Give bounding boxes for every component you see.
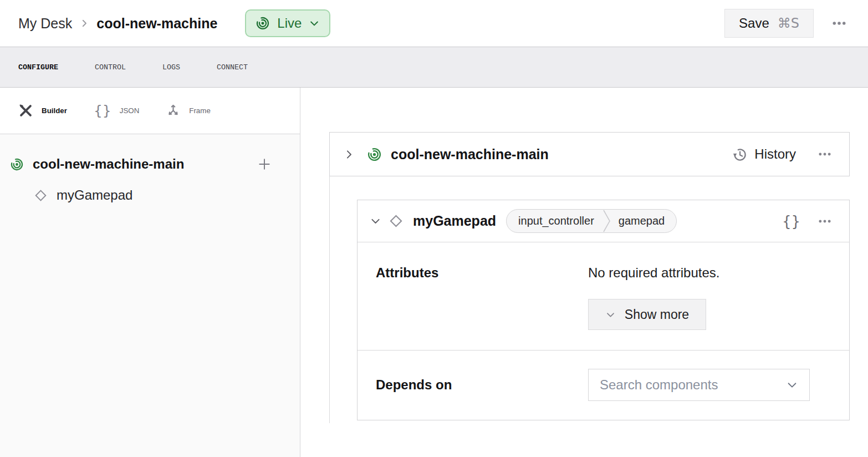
chevron-down-icon bbox=[309, 18, 320, 29]
component-type: input_controller bbox=[507, 215, 603, 227]
tree-item-machine-part[interactable]: cool-new-machine-main bbox=[0, 149, 300, 180]
plus-icon bbox=[257, 157, 272, 171]
view-json-label: JSON bbox=[120, 106, 140, 115]
attributes-empty-message: No required attributes. bbox=[588, 265, 831, 281]
part-card-expand-button[interactable] bbox=[343, 149, 355, 160]
machine-name: cool-new-machine bbox=[96, 16, 217, 32]
attributes-section: Attributes No required attributes. Show … bbox=[358, 242, 849, 351]
show-more-button[interactable]: Show more bbox=[588, 299, 706, 330]
component-diamond-icon bbox=[34, 189, 47, 202]
component-diamond-icon bbox=[389, 214, 403, 228]
component-card-title: myGamepad bbox=[413, 213, 496, 229]
chevron-right-icon bbox=[343, 149, 355, 160]
frame-axes-icon bbox=[166, 103, 181, 118]
component-card: myGamepad input_controller gamepad {} bbox=[357, 200, 850, 420]
component-model: gamepad bbox=[611, 215, 676, 227]
component-type-badge: input_controller gamepad bbox=[506, 209, 677, 233]
chevron-down-icon bbox=[370, 215, 381, 227]
attributes-label: Attributes bbox=[376, 265, 588, 330]
ellipsis-icon bbox=[831, 15, 847, 32]
tree-item-component[interactable]: myGamepad bbox=[0, 180, 300, 211]
braces-icon: {} bbox=[94, 104, 111, 118]
chevron-right-icon bbox=[79, 18, 89, 28]
component-tree: cool-new-machine-main myGamepad bbox=[0, 134, 300, 457]
component-card-wrapper: myGamepad input_controller gamepad {} bbox=[329, 200, 850, 420]
top-bar-overflow-menu-button[interactable] bbox=[827, 11, 851, 35]
history-button-label: History bbox=[754, 146, 796, 162]
view-builder-button[interactable]: Builder bbox=[18, 103, 67, 118]
view-switcher: Builder {} JSON Frame bbox=[0, 88, 300, 134]
tab-connect[interactable]: CONNECT bbox=[217, 63, 248, 72]
depends-on-section: Depends on Search components bbox=[358, 351, 849, 420]
view-frame-button[interactable]: Frame bbox=[166, 103, 211, 118]
tools-icon bbox=[18, 103, 33, 118]
depends-on-placeholder: Search components bbox=[600, 377, 786, 393]
live-badge-label: Live bbox=[277, 16, 302, 31]
tree-machine-part-name: cool-new-machine-main bbox=[33, 156, 257, 172]
add-component-button[interactable] bbox=[257, 157, 272, 171]
viam-configure-page: My Desk cool-new-machine Live Save bbox=[0, 0, 868, 457]
top-bar-actions: Save ⌘S bbox=[724, 9, 851, 38]
chevron-divider-icon bbox=[603, 209, 611, 233]
machine-part-icon bbox=[10, 158, 24, 171]
view-frame-label: Frame bbox=[189, 106, 211, 115]
tab-configure[interactable]: CONFIGURE bbox=[18, 63, 58, 72]
machine-part-card: cool-new-machine-main History bbox=[329, 132, 850, 176]
config-main-panel: cool-new-machine-main History bbox=[300, 88, 868, 457]
view-json-button[interactable]: {} JSON bbox=[94, 104, 139, 118]
machine-part-icon bbox=[256, 16, 270, 31]
machine-part-icon bbox=[367, 147, 382, 162]
breadcrumb: My Desk cool-new-machine bbox=[18, 16, 217, 32]
history-clock-icon bbox=[732, 147, 747, 162]
tab-logs[interactable]: LOGS bbox=[162, 63, 180, 72]
save-button-label: Save bbox=[739, 16, 769, 31]
breadcrumb-parent-link[interactable]: My Desk bbox=[18, 16, 72, 32]
part-card-title: cool-new-machine-main bbox=[391, 146, 732, 163]
chevron-down-icon bbox=[605, 309, 616, 320]
nav-tab-bar: CONFIGURE CONTROL LOGS CONNECT bbox=[0, 47, 868, 88]
component-overflow-menu-button[interactable] bbox=[813, 209, 837, 233]
save-shortcut-hint: ⌘S bbox=[778, 16, 799, 31]
ellipsis-icon bbox=[817, 214, 833, 229]
ellipsis-icon bbox=[817, 146, 833, 162]
component-card-header: myGamepad input_controller gamepad {} bbox=[358, 200, 849, 242]
depends-on-select[interactable]: Search components bbox=[588, 369, 810, 401]
depends-on-label: Depends on bbox=[376, 377, 588, 393]
show-more-label: Show more bbox=[625, 307, 689, 322]
part-card-overflow-menu-button[interactable] bbox=[813, 142, 837, 166]
top-bar: My Desk cool-new-machine Live Save bbox=[0, 0, 868, 47]
view-builder-label: Builder bbox=[42, 106, 67, 115]
history-button[interactable]: History bbox=[732, 146, 796, 162]
tree-component-name: myGamepad bbox=[57, 187, 132, 203]
tab-control[interactable]: CONTROL bbox=[95, 63, 126, 72]
component-card-collapse-button[interactable] bbox=[370, 215, 381, 227]
chevron-down-icon bbox=[786, 379, 798, 391]
live-status-dropdown[interactable]: Live bbox=[245, 9, 330, 37]
tree-connector-line bbox=[329, 176, 330, 423]
save-button[interactable]: Save ⌘S bbox=[724, 9, 814, 38]
component-json-button[interactable]: {} bbox=[782, 213, 800, 230]
content-area: Builder {} JSON Frame bbox=[0, 88, 868, 457]
sidebar: Builder {} JSON Frame bbox=[0, 88, 300, 457]
